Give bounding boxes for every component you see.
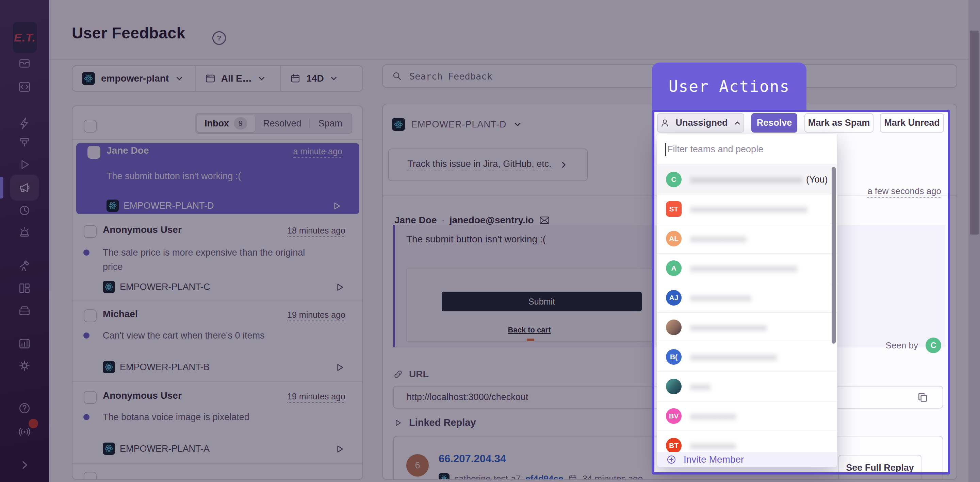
list-header: Inbox 9 Resolved Spam bbox=[73, 106, 363, 140]
item-checkbox[interactable] bbox=[84, 309, 97, 322]
assignee-filter-input[interactable]: Filter teams and people bbox=[657, 134, 837, 165]
item-checkbox[interactable] bbox=[84, 472, 97, 480]
copy-icon[interactable] bbox=[916, 390, 930, 404]
url-section-label: URL bbox=[393, 369, 429, 380]
project-slug: EMPOWER-PLANT-D bbox=[124, 201, 214, 211]
page-title: User Feedback bbox=[72, 24, 185, 42]
page-scrollbar-thumb[interactable] bbox=[970, 30, 978, 235]
tab-inbox[interactable]: Inbox 9 bbox=[197, 114, 255, 132]
assignee-dropdown-button[interactable]: Unassigned bbox=[657, 113, 744, 133]
dropdown-scrollbar[interactable] bbox=[832, 167, 836, 344]
org-logo[interactable]: E.T. bbox=[13, 22, 37, 53]
play-icon bbox=[393, 418, 403, 428]
assignee-option[interactable]: AL xxxxxxxxxxx bbox=[657, 224, 837, 254]
chevron-down-icon bbox=[329, 74, 338, 83]
tab-spam[interactable]: Spam bbox=[310, 118, 350, 129]
assignee-option[interactable]: A xxxxxxxxxxxxxxxxxxxxx bbox=[657, 254, 837, 283]
replay-play-icon[interactable] bbox=[331, 200, 342, 212]
search-placeholder: Search Feedback bbox=[409, 71, 492, 82]
unread-dot bbox=[83, 333, 89, 339]
assignee-option-you[interactable]: C xxxxxxxxxxxxxxxxxxxxxx (You) bbox=[657, 165, 837, 194]
item-divider bbox=[73, 463, 363, 464]
chevron-down-icon bbox=[175, 74, 184, 83]
explore-icon[interactable] bbox=[18, 80, 31, 94]
replays-icon[interactable] bbox=[18, 158, 31, 171]
dashboards-icon[interactable] bbox=[18, 281, 31, 295]
react-platform-icon bbox=[103, 442, 115, 455]
text-caret bbox=[665, 143, 666, 156]
history-clock-icon[interactable] bbox=[18, 203, 31, 217]
feedback-list-panel: Inbox 9 Resolved Spam Jane Doe a minute … bbox=[72, 105, 363, 480]
date-filter[interactable]: 14D bbox=[281, 66, 363, 91]
replay-short-id[interactable]: ef4d94ce bbox=[525, 474, 563, 480]
replay-user-avatar: 6 bbox=[406, 454, 429, 477]
track-issue-label: Track this issue in Jira, GitHub, etc. bbox=[407, 159, 552, 171]
chevron-right-icon bbox=[559, 160, 569, 170]
url-label: URL bbox=[409, 369, 429, 380]
linked-replay-label: Linked Replay bbox=[409, 417, 476, 428]
feedback-project: EMPOWER-PLANT-B bbox=[103, 361, 210, 373]
replay-play-icon[interactable] bbox=[334, 443, 345, 455]
react-platform-icon bbox=[103, 281, 115, 293]
issues-icon[interactable] bbox=[18, 56, 31, 70]
linked-replay-header[interactable]: Linked Replay bbox=[393, 417, 476, 428]
sidebar-collapse-icon[interactable] bbox=[18, 458, 31, 472]
filter-squeegee-icon[interactable] bbox=[18, 135, 31, 149]
resolve-button[interactable]: Resolve bbox=[751, 113, 797, 133]
assignee-option[interactable]: xxxxxxxxxxxxxxx bbox=[657, 313, 837, 342]
replay-project: catherine-test-a7 bbox=[454, 474, 520, 480]
project-filter[interactable]: empower-plant bbox=[73, 66, 195, 91]
feedback-item[interactable]: Anonymous User 19 minutes ago The botana… bbox=[73, 381, 363, 463]
item-checkbox[interactable] bbox=[84, 225, 97, 238]
tab-resolved[interactable]: Resolved bbox=[255, 118, 310, 129]
mark-unread-button[interactable]: Mark Unread bbox=[880, 113, 944, 133]
archive-box-icon[interactable] bbox=[18, 304, 31, 317]
item-checkbox[interactable] bbox=[88, 146, 100, 159]
replay-play-icon[interactable] bbox=[334, 281, 345, 293]
invite-member-row[interactable]: Invite Member bbox=[657, 452, 837, 467]
help-icon[interactable] bbox=[18, 401, 31, 415]
feedback-time: 19 minutes ago bbox=[287, 392, 345, 403]
reporter-row: Jane Doe · janedoe@sentry.io bbox=[395, 214, 550, 226]
alerts-siren-icon[interactable] bbox=[18, 225, 31, 239]
item-checkbox[interactable] bbox=[84, 391, 97, 404]
member-name-redacted: xxxxxxxxxxxxxxxxxxxxx bbox=[690, 263, 798, 274]
feedback-megaphone-icon[interactable] bbox=[18, 181, 31, 194]
lightning-icon[interactable] bbox=[18, 117, 31, 130]
feedback-item[interactable]: Anonymous User 18 minutes ago The sale p… bbox=[73, 214, 363, 300]
assignee-option-team[interactable]: ST xxxxxxxxxxxxxxxxxxxxxxx bbox=[657, 194, 837, 224]
assignee-option[interactable]: B( xxxxxxxxxxxxxxxxx bbox=[657, 342, 837, 372]
see-full-replay-label: See Full Replay bbox=[846, 463, 914, 473]
page-scrollbar-track[interactable] bbox=[969, 0, 980, 482]
member-name-redacted: xxxxxxxxxxxxxxxxxxxxxxx bbox=[690, 204, 808, 214]
discover-telescope-icon[interactable] bbox=[18, 258, 31, 272]
feedback-item-selected[interactable]: Jane Doe a minute ago The submit button … bbox=[76, 143, 360, 214]
assignee-option[interactable]: AJ xxxxxxxxxxxx bbox=[657, 283, 837, 313]
see-full-replay-button[interactable]: See Full Replay bbox=[838, 455, 921, 480]
seen-by-row: Seen by C bbox=[886, 338, 941, 353]
feedback-preview: The botana voice image is pixelated bbox=[103, 410, 327, 424]
replay-ip-link[interactable]: 66.207.204.34 bbox=[439, 453, 506, 465]
assignee-option[interactable]: BV xxxxxxxxx bbox=[657, 401, 837, 431]
feedback-time: a minute ago bbox=[293, 146, 342, 158]
chevron-down-icon bbox=[513, 120, 522, 129]
select-all-checkbox[interactable] bbox=[84, 120, 97, 133]
settings-gear-icon[interactable] bbox=[18, 359, 31, 373]
mark-as-spam-button[interactable]: Mark as Spam bbox=[804, 113, 873, 133]
page-help-icon[interactable]: ? bbox=[212, 31, 226, 45]
user-feedback-page: E.T. bbox=[0, 0, 980, 482]
react-platform-icon bbox=[103, 361, 115, 373]
replay-time: 34 minutes ago bbox=[582, 474, 643, 480]
assignee-option[interactable]: xxxx bbox=[657, 372, 837, 401]
replay-play-icon[interactable] bbox=[334, 362, 345, 373]
environment-filter[interactable]: All E… bbox=[196, 66, 281, 91]
track-issue-button[interactable]: Track this issue in Jira, GitHub, etc. bbox=[388, 149, 588, 181]
details-timestamp[interactable]: a few seconds ago bbox=[867, 186, 941, 198]
feedback-item[interactable]: Michael 19 minutes ago Can't view the ca… bbox=[73, 300, 363, 381]
mail-icon[interactable] bbox=[539, 214, 550, 226]
member-avatar: AL bbox=[666, 231, 682, 246]
member-avatar: B( bbox=[666, 349, 682, 365]
details-project-header[interactable]: EMPOWER-PLANT-D bbox=[392, 118, 522, 131]
feedback-screenshot[interactable]: Submit Back to cart bbox=[406, 268, 652, 342]
stats-chart-icon[interactable] bbox=[18, 337, 31, 350]
